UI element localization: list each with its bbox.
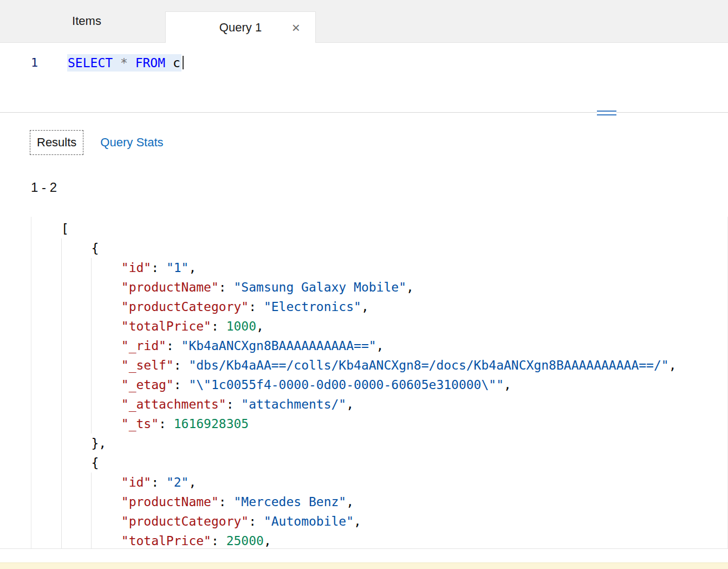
code-line: [: [61, 219, 727, 238]
tab-items[interactable]: Items: [8, 0, 165, 42]
code-line: "totalPrice": 1000,: [61, 316, 727, 336]
query-editor[interactable]: 1 SELECT * FROM c: [0, 43, 728, 112]
json-code-area[interactable]: [ { "id": "1", "productName": "Samsung G…: [57, 217, 727, 548]
query-text[interactable]: SELECT * FROM c: [67, 53, 184, 73]
code-line: "_etag": "\"1c0055f4-0000-0d00-0000-6060…: [61, 375, 727, 395]
code-line: "_rid": "Kb4aANCXgn8BAAAAAAAAAA==",: [61, 336, 727, 355]
tab-query-1-label: Query 1: [219, 21, 262, 35]
code-line: "productName": "Samsung Galaxy Mobile",: [61, 277, 727, 297]
code-line: "id": "1",: [61, 258, 727, 277]
close-icon[interactable]: ×: [292, 21, 300, 35]
results-range: 1 - 2: [31, 179, 728, 195]
pane-splitter: [0, 112, 728, 113]
query-line[interactable]: 1 SELECT * FROM c: [0, 53, 728, 73]
editor-gutter: [31, 217, 57, 548]
notification-bar: [0, 562, 728, 569]
tab-query-stats[interactable]: Query Stats: [100, 135, 163, 150]
code-line: "productName": "Mercedes Benz",: [61, 492, 727, 512]
tab-query-1[interactable]: Query 1 ×: [165, 11, 316, 43]
code-line: "productCategory": "Electronics",: [61, 297, 727, 316]
code-line: "productCategory": "Automobile",: [61, 512, 727, 531]
code-line: "_ts": 1616928305: [61, 414, 727, 434]
tab-results[interactable]: Results: [30, 130, 83, 155]
results-json-editor[interactable]: [ { "id": "1", "productName": "Samsung G…: [31, 217, 728, 548]
tab-items-label: Items: [72, 14, 101, 28]
code-line: {: [61, 238, 727, 258]
code-line: "_attachments": "attachments/",: [61, 395, 727, 414]
code-line: },: [61, 434, 727, 453]
code-line: {: [61, 453, 727, 473]
results-tab-bar: Results Query Stats: [30, 130, 728, 155]
code-line: "totalPrice": 25000,: [61, 531, 727, 548]
tab-strip: Items Query 1 ×: [0, 0, 728, 43]
code-line: "id": "2",: [61, 473, 727, 492]
code-line: "_self": "dbs/Kb4aAA==/colls/Kb4aANCXgn8…: [61, 355, 727, 375]
line-number: 1: [0, 53, 67, 73]
text-cursor: [183, 56, 184, 69]
bottom-divider: [0, 548, 728, 549]
splitter-grip-icon[interactable]: [597, 108, 616, 118]
